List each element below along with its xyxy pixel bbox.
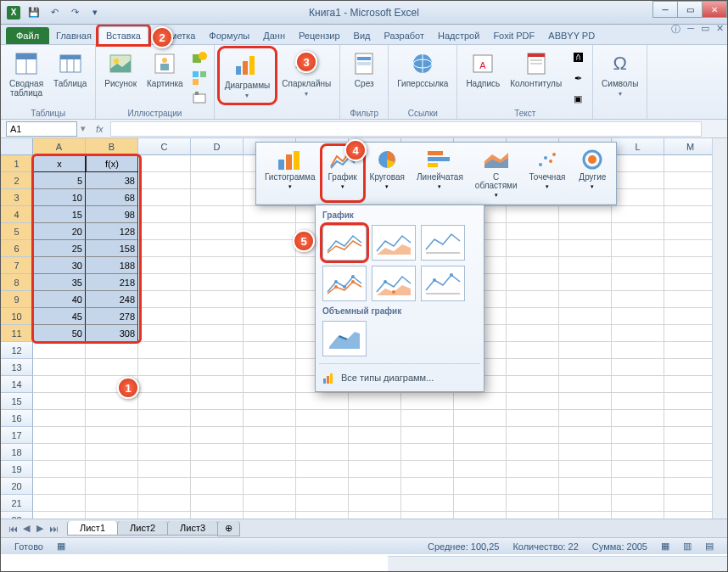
cell[interactable] [191, 444, 244, 461]
sheet-tab-3[interactable]: Лист3 [167, 521, 218, 536]
doc-close-icon[interactable]: ✕ [716, 23, 724, 36]
view-normal-icon[interactable]: ▦ [661, 541, 669, 552]
sheet-tab-2[interactable]: Лист2 [117, 521, 168, 536]
pie-chart-button[interactable]: Круговая▾ [365, 146, 410, 200]
cell[interactable] [664, 512, 717, 519]
cell[interactable] [244, 444, 296, 461]
col-header[interactable]: A [33, 138, 86, 155]
cell[interactable] [454, 427, 507, 444]
row-header[interactable]: 19 [1, 461, 33, 478]
cell[interactable] [454, 444, 507, 461]
cell[interactable] [244, 223, 296, 240]
row-header[interactable]: 8 [1, 274, 33, 291]
picture-button[interactable]: Рисунок [101, 48, 140, 90]
cell[interactable] [664, 240, 717, 257]
cell[interactable] [664, 461, 717, 478]
cell[interactable] [612, 257, 664, 274]
row-header[interactable]: 18 [1, 444, 33, 461]
textbox-button[interactable]: A Надпись [462, 48, 503, 90]
cell[interactable] [138, 189, 191, 206]
help-icon[interactable]: ⓘ [671, 23, 680, 36]
cell[interactable] [138, 172, 191, 189]
row-header[interactable]: 10 [1, 308, 33, 325]
cell[interactable]: 30 [33, 257, 86, 274]
cell[interactable] [244, 376, 296, 393]
cell[interactable] [507, 376, 559, 393]
cell[interactable] [559, 223, 612, 240]
cell[interactable] [138, 291, 191, 308]
charts-button[interactable]: Диаграммы ▾ [220, 48, 276, 103]
cell[interactable] [454, 512, 507, 519]
save-button[interactable]: 💾 [25, 3, 43, 22]
cell[interactable] [86, 495, 138, 512]
cell[interactable] [349, 461, 401, 478]
cell[interactable] [612, 206, 664, 223]
close-button[interactable]: ✕ [702, 1, 727, 18]
cell[interactable]: 15 [33, 206, 86, 223]
row-header[interactable]: 14 [1, 376, 33, 393]
cell[interactable] [244, 478, 296, 495]
cell[interactable] [612, 274, 664, 291]
cell[interactable] [33, 376, 86, 393]
horizontal-scrollbar[interactable] [388, 556, 727, 571]
row-header[interactable]: 3 [1, 189, 33, 206]
cell[interactable] [612, 223, 664, 240]
pivot-table-button[interactable]: Сводная таблица [6, 48, 47, 99]
cell[interactable] [454, 495, 507, 512]
cell[interactable]: 50 [33, 325, 86, 342]
cell[interactable] [138, 240, 191, 257]
cell[interactable] [612, 359, 664, 376]
cell[interactable] [296, 495, 349, 512]
histogram-button[interactable]: Гистограмма▾ [260, 146, 321, 200]
cell[interactable] [296, 393, 349, 410]
cell[interactable] [296, 478, 349, 495]
vertical-scrollbar[interactable] [712, 138, 727, 519]
cell[interactable] [559, 495, 612, 512]
cell[interactable] [191, 427, 244, 444]
cell[interactable] [244, 308, 296, 325]
line-variant-5[interactable] [372, 266, 416, 301]
view-pagebreak-icon[interactable]: ▤ [705, 541, 714, 552]
cell[interactable] [454, 478, 507, 495]
cell[interactable] [612, 342, 664, 359]
cell[interactable] [559, 376, 612, 393]
cell[interactable] [559, 308, 612, 325]
cell[interactable] [401, 393, 454, 410]
cell[interactable] [191, 376, 244, 393]
cell[interactable] [349, 427, 401, 444]
row-header[interactable]: 5 [1, 223, 33, 240]
cell[interactable] [559, 359, 612, 376]
cell[interactable] [664, 155, 717, 172]
cell[interactable] [349, 512, 401, 519]
tab-developer[interactable]: Разработ [378, 27, 431, 44]
cell[interactable]: x [33, 155, 86, 172]
cell[interactable] [138, 393, 191, 410]
cell[interactable] [612, 308, 664, 325]
cell[interactable] [138, 325, 191, 342]
cell[interactable] [664, 495, 717, 512]
cell[interactable]: 308 [86, 325, 138, 342]
cell[interactable] [507, 274, 559, 291]
cell[interactable] [612, 291, 664, 308]
cell[interactable] [191, 410, 244, 427]
cell[interactable] [191, 172, 244, 189]
row-header[interactable]: 11 [1, 325, 33, 342]
cell[interactable]: 278 [86, 308, 138, 325]
cell[interactable] [454, 461, 507, 478]
line-variant-2[interactable] [372, 225, 416, 261]
cell[interactable] [401, 512, 454, 519]
cell[interactable] [296, 461, 349, 478]
cell[interactable] [559, 512, 612, 519]
cell[interactable] [612, 155, 664, 172]
clipart-button[interactable]: Картинка [143, 48, 187, 90]
tab-view[interactable]: Вид [347, 27, 378, 44]
cell[interactable] [559, 444, 612, 461]
cell[interactable] [33, 393, 86, 410]
cell[interactable] [507, 512, 559, 519]
cell[interactable]: 158 [86, 240, 138, 257]
formula-input[interactable] [110, 121, 702, 137]
cell[interactable] [664, 308, 717, 325]
sheet-nav-first[interactable]: ⏮ [6, 524, 20, 534]
tab-insert[interactable]: Вставка [98, 26, 148, 44]
cell[interactable] [86, 342, 138, 359]
